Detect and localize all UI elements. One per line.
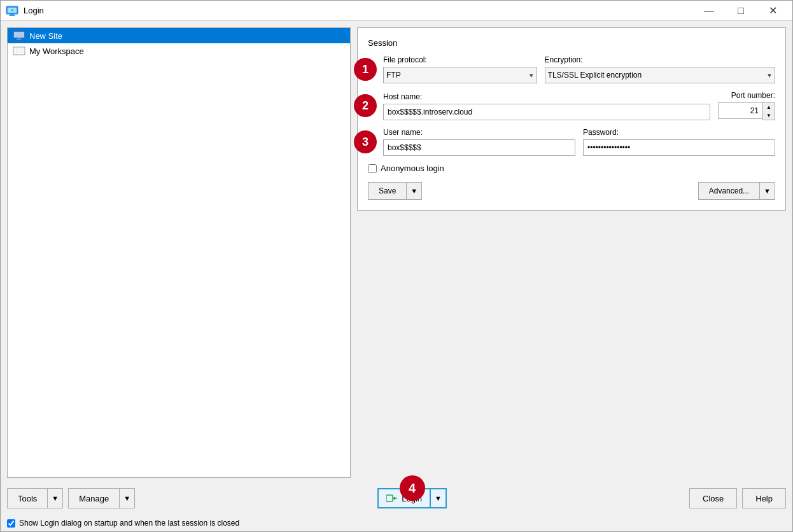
bottom-right-buttons: Close Help — [689, 488, 786, 508]
workspace-icon — [13, 46, 25, 56]
manage-arrow-button[interactable]: ▼ — [120, 488, 135, 508]
svg-rect-14 — [386, 495, 393, 501]
site-item-my-workspace[interactable]: My Workspace — [8, 43, 350, 59]
port-spinner: ▲ ▼ — [762, 102, 775, 120]
username-input[interactable] — [383, 139, 575, 156]
close-button[interactable]: Close — [689, 488, 737, 508]
advanced-arrow-button[interactable]: ▼ — [760, 182, 775, 200]
step-badge-3: 3 — [354, 130, 377, 153]
help-button[interactable]: Help — [742, 488, 786, 508]
password-input[interactable] — [583, 139, 775, 156]
password-group: Password: — [583, 128, 775, 156]
svg-rect-2 — [10, 14, 14, 15]
maximize-button[interactable]: □ — [726, 1, 755, 21]
encryption-select[interactable]: TLS/SSL Explicit encryption TLS/SSL Impl… — [545, 67, 775, 83]
credentials-row-wrapper: 3 User name: Password: — [368, 128, 775, 156]
bottom-left-buttons: Tools ▼ Manage ▼ — [7, 488, 135, 508]
close-button[interactable]: ✕ — [758, 1, 787, 21]
port-down-button[interactable]: ▼ — [763, 111, 775, 120]
manage-button[interactable]: Manage — [68, 488, 120, 508]
anon-row: Anonymous login — [368, 164, 775, 173]
login-arrow-button[interactable]: ▼ — [431, 488, 447, 508]
minimize-button[interactable]: — — [694, 1, 724, 21]
manage-btn-group: Manage ▼ — [68, 488, 135, 508]
anonymous-checkbox[interactable] — [368, 164, 377, 173]
step-badge-2: 2 — [354, 94, 377, 117]
file-protocol-label: File protocol: — [383, 55, 537, 64]
tools-button[interactable]: Tools — [7, 488, 48, 508]
protocol-row-wrapper: 1 File protocol: FTP SFTP SCP WebDAV — [368, 55, 775, 83]
port-input[interactable] — [718, 102, 762, 119]
password-label: Password: — [583, 128, 775, 137]
hostname-row-wrapper: 2 Host name: Port number: — [368, 91, 775, 120]
site-tree: New Site My Workspace — [8, 28, 350, 477]
hostname-label: Host name: — [383, 92, 710, 101]
advanced-btn-group: Advanced... ▼ — [698, 182, 775, 200]
port-label: Port number: — [718, 91, 775, 100]
new-site-label: New Site — [29, 31, 62, 41]
save-arrow-button[interactable]: ▼ — [407, 182, 422, 200]
window-title: Login — [24, 6, 694, 15]
anonymous-label: Anonymous login — [381, 164, 444, 173]
hostname-row: Host name: Port number: ▲ ▼ — [383, 91, 775, 120]
session-title: Session — [368, 38, 775, 48]
file-protocol-select[interactable]: FTP SFTP SCP WebDAV — [383, 67, 537, 83]
credentials-row: User name: Password: — [383, 128, 775, 156]
site-item-new-site[interactable]: New Site — [8, 28, 350, 43]
hostname-group: Host name: — [383, 92, 710, 120]
file-protocol-group: File protocol: FTP SFTP SCP WebDAV ▼ — [383, 55, 537, 83]
login-window: Login — □ ✕ — [0, 0, 793, 532]
footer-checkbox-group: Show Login dialog on startup and when th… — [7, 519, 239, 528]
tools-btn-group: Tools ▼ — [7, 488, 63, 508]
port-group: Port number: ▲ ▼ — [718, 91, 775, 120]
encryption-select-wrapper: TLS/SSL Explicit encryption TLS/SSL Impl… — [545, 67, 775, 83]
startup-checkbox[interactable] — [7, 519, 15, 528]
svg-rect-6 — [14, 32, 24, 38]
advanced-button[interactable]: Advanced... — [698, 182, 760, 200]
protocol-row: File protocol: FTP SFTP SCP WebDAV ▼ — [383, 55, 775, 83]
monitor-icon — [13, 31, 25, 41]
file-protocol-select-wrapper: FTP SFTP SCP WebDAV ▼ — [383, 67, 537, 83]
footer-row: Show Login dialog on startup and when th… — [1, 515, 792, 531]
login-icon — [386, 494, 398, 503]
session-box: Session 1 File protocol: FTP SFTP — [357, 27, 786, 211]
my-workspace-label: My Workspace — [29, 46, 84, 56]
hostname-input[interactable] — [383, 104, 710, 120]
tools-arrow-button[interactable]: ▼ — [48, 488, 63, 508]
username-label: User name: — [383, 128, 575, 137]
port-input-wrap: ▲ ▼ — [718, 102, 775, 120]
step-badge-4: 4 — [400, 475, 425, 501]
login-area: 4 Login ▼ — [140, 488, 684, 508]
svg-rect-3 — [9, 15, 15, 16]
session-buttons-row: Save ▼ Advanced... ▼ — [368, 182, 775, 200]
step-badge-1: 1 — [354, 58, 377, 81]
login-btn-wrapper: 4 Login ▼ — [377, 488, 447, 508]
right-spacer — [357, 211, 786, 478]
encryption-label: Encryption: — [545, 55, 775, 64]
bottom-buttons: Tools ▼ Manage ▼ 4 — [7, 488, 786, 508]
svg-rect-7 — [17, 38, 21, 39]
svg-rect-8 — [16, 39, 22, 40]
right-panel: Session 1 File protocol: FTP SFTP — [357, 27, 786, 478]
main-row: New Site My Workspace — [7, 27, 786, 478]
save-button[interactable]: Save — [368, 182, 407, 200]
site-tree-panel: New Site My Workspace — [7, 27, 351, 478]
encryption-group: Encryption: TLS/SSL Explicit encryption … — [545, 55, 775, 83]
startup-checkbox-label: Show Login dialog on startup and when th… — [19, 519, 239, 528]
username-group: User name: — [383, 128, 575, 156]
title-bar: Login — □ ✕ — [1, 1, 792, 21]
app-icon — [6, 4, 18, 17]
window-controls: — □ ✕ — [694, 1, 787, 21]
content-area: New Site My Workspace — [1, 21, 792, 515]
save-btn-group: Save ▼ — [368, 182, 422, 200]
port-up-button[interactable]: ▲ — [763, 103, 775, 111]
